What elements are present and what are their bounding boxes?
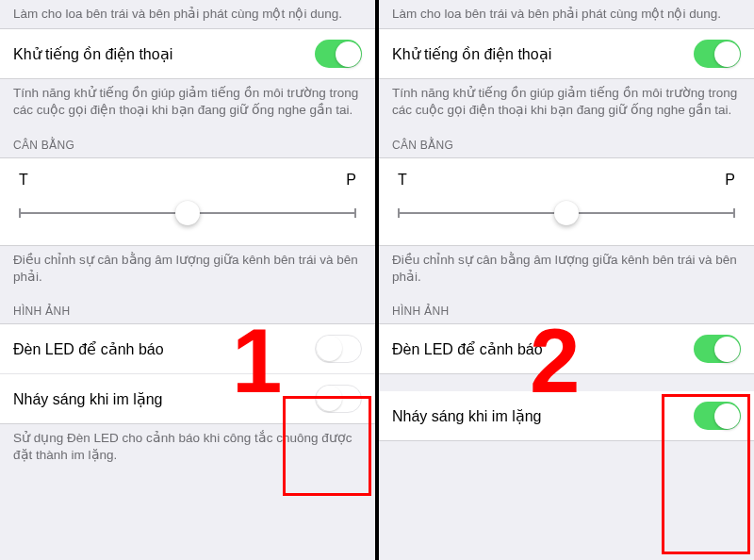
- noise-cancel-footer: Tính năng khử tiếng ồn giúp giảm tiếng ồ…: [379, 79, 754, 124]
- noise-cancel-toggle[interactable]: [315, 40, 362, 68]
- balance-slider-thumb[interactable]: [554, 201, 579, 225]
- led-alert-row[interactable]: Đèn LED để cảnh báo: [379, 323, 754, 374]
- panel-after: Làm cho loa bên trái và bên phải phát cù…: [377, 0, 754, 560]
- balance-header: CÂN BẰNG: [379, 125, 754, 157]
- led-alert-label: Đèn LED để cảnh báo: [392, 340, 543, 358]
- led-alert-toggle[interactable]: [694, 335, 741, 363]
- noise-cancel-label: Khử tiếng ồn điện thoại: [13, 45, 172, 63]
- noise-cancel-label: Khử tiếng ồn điện thoại: [392, 45, 551, 63]
- flash-silent-toggle[interactable]: [315, 385, 362, 413]
- mono-audio-footer: Làm cho loa bên trái và bên phải phát cù…: [379, 0, 754, 28]
- led-alert-toggle[interactable]: [315, 335, 362, 363]
- flash-silent-toggle[interactable]: [694, 402, 741, 430]
- flash-silent-label: Nháy sáng khi im lặng: [392, 407, 542, 425]
- balance-slider[interactable]: [19, 202, 356, 224]
- balance-right-label: P: [725, 172, 735, 189]
- balance-slider-thumb[interactable]: [175, 201, 200, 225]
- balance-slider-block: T P: [0, 157, 375, 246]
- balance-header: CÂN BẰNG: [0, 125, 375, 157]
- balance-slider[interactable]: [398, 202, 735, 224]
- led-footer: Sử dụng Đèn LED cho cảnh báo khi công tắ…: [0, 424, 375, 469]
- mono-audio-footer: Làm cho loa bên trái và bên phải phát cù…: [0, 0, 375, 28]
- noise-cancel-footer: Tính năng khử tiếng ồn giúp giảm tiếng ồ…: [0, 79, 375, 124]
- noise-cancel-toggle[interactable]: [694, 40, 741, 68]
- flash-silent-row[interactable]: Nháy sáng khi im lặng: [0, 373, 375, 424]
- panel-before: Làm cho loa bên trái và bên phải phát cù…: [0, 0, 377, 560]
- image-header: HÌNH ẢNH: [379, 291, 754, 323]
- noise-cancel-row[interactable]: Khử tiếng ồn điện thoại: [379, 28, 754, 79]
- balance-left-label: T: [19, 172, 28, 189]
- balance-left-label: T: [398, 172, 407, 189]
- led-alert-label: Đèn LED để cảnh báo: [13, 340, 164, 358]
- image-header: HÌNH ẢNH: [0, 291, 375, 323]
- balance-slider-block: T P: [379, 157, 754, 246]
- flash-silent-label: Nháy sáng khi im lặng: [13, 390, 163, 408]
- led-alert-row[interactable]: Đèn LED để cảnh báo: [0, 323, 375, 373]
- balance-right-label: P: [346, 172, 356, 189]
- flash-silent-row[interactable]: Nháy sáng khi im lặng: [379, 391, 754, 441]
- balance-footer: Điều chỉnh sự cân bằng âm lượng giữa kên…: [379, 246, 754, 291]
- noise-cancel-row[interactable]: Khử tiếng ồn điện thoại: [0, 28, 375, 79]
- balance-footer: Điều chỉnh sự cân bằng âm lượng giữa kên…: [0, 246, 375, 291]
